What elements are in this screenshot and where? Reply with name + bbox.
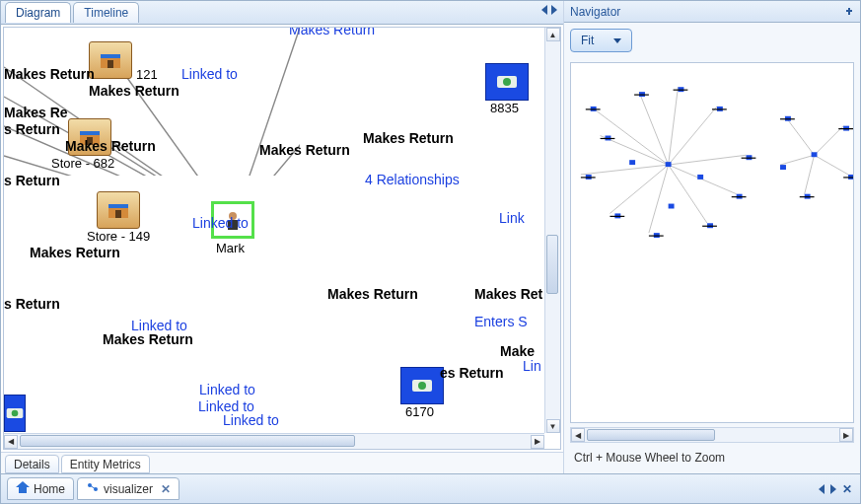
tab-timeline[interactable]: Timeline	[73, 2, 139, 23]
svg-rect-78	[780, 165, 786, 170]
fit-button[interactable]: Fit	[570, 29, 632, 52]
svg-line-49	[610, 165, 668, 213]
node-store-121[interactable]	[89, 41, 132, 79]
svg-rect-81	[697, 175, 703, 180]
node-label: 6170	[405, 404, 434, 419]
svg-line-55	[669, 87, 679, 165]
footer-tab-label: visualizer	[104, 482, 153, 496]
scroll-left-icon[interactable]: ◀	[4, 435, 18, 449]
tab-details[interactable]: Details	[5, 455, 59, 473]
edge-label: Makes Return	[4, 66, 95, 82]
edge-label: s Return	[4, 296, 60, 312]
scroll-up-icon[interactable]: ▲	[546, 28, 560, 41]
link-label: Link	[499, 210, 525, 226]
svg-rect-73	[666, 162, 672, 167]
diagram-tabbar: Diagram Timeline	[1, 1, 563, 25]
zoom-hint: Ctrl + Mouse Wheel to Zoom	[564, 443, 860, 472]
svg-line-60	[805, 155, 815, 193]
edge-label: es Return	[440, 365, 504, 381]
tab-prev-icon[interactable]	[541, 5, 547, 15]
bottom-tabbar: Details Entity Metrics	[1, 452, 563, 473]
svg-line-54	[669, 107, 717, 165]
node-label: Mark	[216, 241, 245, 255]
svg-rect-35	[115, 210, 121, 218]
svg-line-51	[669, 165, 707, 223]
fit-label: Fit	[581, 34, 594, 47]
close-icon[interactable]: ✕	[161, 482, 171, 496]
node-txn-8835[interactable]	[485, 63, 529, 101]
node-label: Store - 682	[51, 156, 114, 171]
link-label: Linked to	[131, 318, 187, 333]
link-label: Linked to	[223, 412, 279, 428]
footer-next-icon[interactable]	[830, 484, 836, 494]
svg-point-39	[503, 78, 511, 86]
svg-line-59	[815, 155, 849, 175]
edge-label: Makes Re	[4, 105, 68, 120]
scroll-thumb[interactable]	[546, 235, 558, 294]
svg-rect-80	[629, 160, 635, 165]
footer-prev-icon[interactable]	[819, 484, 825, 494]
link-label: Enters S	[474, 314, 528, 329]
minimap-hscrollbar[interactable]: ◀ ▶	[570, 427, 854, 443]
tab-entity-metrics[interactable]: Entity Metrics	[61, 455, 150, 473]
footer-tabbar: Home visualizer ✕ ✕	[1, 473, 860, 503]
edge-label: Makes Return	[327, 286, 418, 302]
link-label: Linked to	[192, 215, 249, 231]
node-store-149[interactable]	[97, 191, 140, 229]
edge-label: Makes Return	[103, 331, 193, 347]
footer-close-icon[interactable]: ✕	[842, 482, 852, 496]
svg-rect-34	[108, 204, 128, 208]
edge-label: s Return	[4, 173, 60, 188]
edge-label: Make	[500, 343, 535, 359]
node-txn-edge[interactable]	[4, 395, 26, 432]
edge-label: Makes Return	[89, 83, 179, 99]
footer-tab-label: Home	[34, 482, 65, 496]
scroll-right-icon[interactable]: ▶	[531, 435, 544, 449]
svg-line-101	[90, 485, 96, 489]
edge-label: Makes Return	[30, 245, 120, 260]
svg-point-41	[418, 382, 426, 390]
pin-icon[interactable]	[844, 7, 854, 17]
canvas-vscrollbar[interactable]: ▲ ▼	[544, 28, 560, 433]
chevron-down-icon	[613, 38, 621, 43]
svg-rect-45	[846, 10, 852, 12]
svg-point-43	[12, 410, 19, 417]
scroll-down-icon[interactable]: ▼	[546, 419, 560, 433]
navigator-title: Navigator	[570, 5, 620, 19]
svg-rect-79	[812, 152, 818, 157]
edge-label: Makes Return	[65, 138, 156, 154]
svg-rect-28	[101, 54, 120, 58]
svg-line-48	[581, 165, 669, 175]
svg-line-50	[649, 165, 669, 233]
home-icon	[16, 481, 30, 496]
diagram-canvas[interactable]: 121 Store - 682 Store - 149 Mark 8835	[3, 27, 561, 450]
svg-line-53	[669, 155, 747, 165]
scroll-thumb[interactable]	[20, 435, 355, 447]
edge-label: Makes Return	[259, 142, 350, 158]
edge-label: Makes Ret	[474, 286, 542, 302]
tab-diagram[interactable]: Diagram	[5, 2, 71, 23]
scroll-right-icon[interactable]: ▶	[839, 428, 853, 442]
svg-line-61	[780, 155, 815, 165]
footer-tab-home[interactable]: Home	[7, 477, 74, 500]
tab-next-icon[interactable]	[551, 5, 557, 15]
edge-label: s Return	[4, 121, 60, 137]
node-txn-6170[interactable]	[400, 367, 444, 404]
svg-rect-29	[108, 60, 113, 68]
svg-rect-31	[80, 131, 100, 135]
node-label: 8835	[490, 101, 519, 115]
link-label: 4 Relationships	[365, 172, 460, 187]
footer-tab-visualizer[interactable]: visualizer ✕	[77, 477, 179, 500]
node-label: Store - 149	[87, 229, 150, 244]
svg-rect-82	[669, 204, 675, 209]
svg-line-58	[815, 126, 844, 156]
visualizer-icon	[86, 481, 100, 496]
node-label: 121	[136, 67, 158, 82]
scroll-left-icon[interactable]: ◀	[571, 428, 585, 442]
svg-marker-98	[16, 481, 30, 493]
scroll-thumb[interactable]	[587, 429, 715, 441]
navigator-header: Navigator	[564, 1, 860, 23]
svg-line-57	[785, 116, 815, 155]
navigator-minimap[interactable]	[570, 62, 854, 423]
canvas-hscrollbar[interactable]: ◀ ▶	[4, 433, 544, 449]
